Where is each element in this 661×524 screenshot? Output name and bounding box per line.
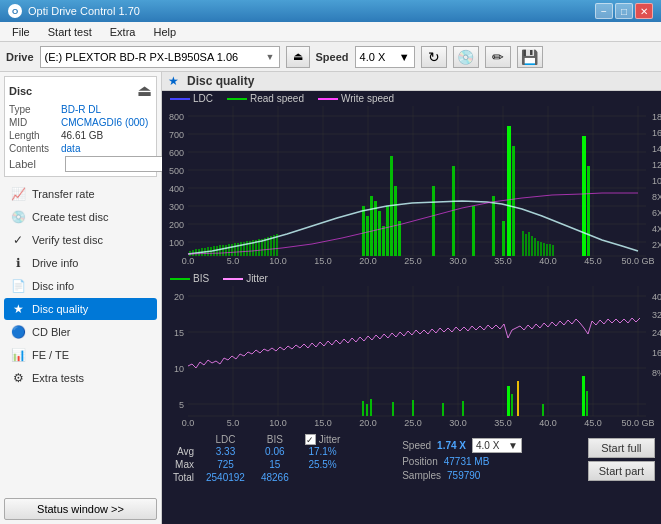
total-label: Total — [168, 471, 198, 484]
status-window-button[interactable]: Status window >> — [4, 498, 157, 520]
svg-rect-152 — [582, 376, 585, 416]
svg-rect-145 — [392, 402, 394, 416]
disc-eject-icon: ⏏ — [137, 81, 152, 100]
svg-rect-95 — [525, 234, 527, 256]
svg-rect-92 — [507, 126, 511, 256]
maximize-button[interactable]: □ — [615, 3, 633, 19]
max-jitter: 25.5% — [305, 458, 341, 471]
disc-quality-icon: ★ — [10, 302, 26, 316]
minimize-button[interactable]: − — [595, 3, 613, 19]
menu-help[interactable]: Help — [145, 25, 184, 39]
svg-text:20.0: 20.0 — [359, 418, 377, 426]
svg-text:32%: 32% — [652, 310, 661, 320]
edit-button[interactable]: ✏ — [485, 46, 511, 68]
svg-text:4X: 4X — [652, 224, 661, 234]
title-bar: O Opti Drive Control 1.70 − □ ✕ — [0, 0, 661, 22]
svg-text:200: 200 — [169, 220, 184, 230]
chart-header: ★ Disc quality — [162, 72, 661, 91]
svg-rect-86 — [398, 221, 401, 256]
menu-file[interactable]: File — [4, 25, 38, 39]
legend-write-speed: Write speed — [318, 93, 394, 104]
svg-text:15.0: 15.0 — [314, 418, 332, 426]
sidebar-item-label: Create test disc — [32, 211, 108, 223]
sidebar-item-label: Disc quality — [32, 303, 88, 315]
svg-rect-149 — [507, 386, 510, 416]
speed-dropdown[interactable]: 4.0 X ▼ — [472, 438, 522, 453]
sidebar-item-fe-te[interactable]: 📊 FE / TE — [4, 344, 157, 366]
save-button[interactable]: 💾 — [517, 46, 543, 68]
start-part-button[interactable]: Start part — [588, 461, 655, 481]
svg-text:40%: 40% — [652, 292, 661, 302]
contents-key: Contents — [9, 143, 61, 154]
svg-text:20.0: 20.0 — [359, 256, 377, 264]
sidebar-item-drive-info[interactable]: ℹ Drive info — [4, 252, 157, 274]
svg-rect-89 — [472, 206, 475, 256]
svg-rect-150 — [511, 394, 513, 416]
svg-rect-93 — [512, 146, 515, 256]
speed-select[interactable]: 4.0 X ▼ — [355, 46, 415, 68]
svg-rect-60 — [228, 244, 230, 256]
svg-text:8X: 8X — [652, 192, 661, 202]
sidebar-item-cd-bler[interactable]: 🔵 CD Bler — [4, 321, 157, 343]
menu-bar: File Start test Extra Help — [0, 22, 661, 42]
svg-text:15.0: 15.0 — [314, 256, 332, 264]
sidebar-item-disc-quality[interactable]: ★ Disc quality — [4, 298, 157, 320]
length-value: 46.61 GB — [61, 130, 103, 141]
sidebar-item-label: Disc info — [32, 280, 74, 292]
svg-text:25.0: 25.0 — [404, 256, 422, 264]
legend-read-speed: Read speed — [227, 93, 304, 104]
bis-color — [170, 278, 190, 280]
sidebar-item-transfer-rate[interactable]: 📈 Transfer rate — [4, 183, 157, 205]
chart-title: Disc quality — [187, 74, 254, 88]
drive-select-text: (E:) PLEXTOR BD-R PX-LB950SA 1.06 — [45, 51, 266, 63]
sidebar-item-verify-test-disc[interactable]: ✓ Verify test disc — [4, 229, 157, 251]
sidebar-item-label: Transfer rate — [32, 188, 95, 200]
close-button[interactable]: ✕ — [635, 3, 653, 19]
disc-info-icon: 📄 — [10, 279, 26, 293]
legend-jitter: Jitter — [223, 273, 268, 284]
start-full-button[interactable]: Start full — [588, 438, 655, 458]
speed-stat-label: Speed — [402, 440, 431, 451]
svg-text:20: 20 — [174, 292, 184, 302]
sidebar-item-create-test-disc[interactable]: 💿 Create test disc — [4, 206, 157, 228]
refresh-button[interactable]: ↻ — [421, 46, 447, 68]
svg-rect-78 — [366, 216, 369, 256]
disc-quality-header-icon: ★ — [168, 74, 179, 88]
write-speed-color — [318, 98, 338, 100]
svg-text:6X: 6X — [652, 208, 661, 218]
menu-extra[interactable]: Extra — [102, 25, 144, 39]
app-icon: O — [8, 4, 22, 18]
sidebar-item-label: FE / TE — [32, 349, 69, 361]
svg-text:18X: 18X — [652, 112, 661, 122]
avg-label: Avg — [168, 445, 198, 458]
speed-label: Speed — [316, 51, 349, 63]
legend-bis: BIS — [170, 273, 209, 284]
svg-rect-58 — [222, 245, 224, 256]
drive-select[interactable]: (E:) PLEXTOR BD-R PX-LB950SA 1.06 ▼ — [40, 46, 280, 68]
type-key: Type — [9, 104, 61, 115]
ldc-header: LDC — [198, 434, 253, 445]
eject-button[interactable]: ⏏ — [286, 46, 310, 68]
mid-key: MID — [9, 117, 61, 128]
type-value: BD-R DL — [61, 104, 101, 115]
svg-rect-64 — [240, 242, 242, 256]
legend-write-speed-label: Write speed — [341, 93, 394, 104]
sidebar-item-extra-tests[interactable]: ⚙ Extra tests — [4, 367, 157, 389]
sidebar-item-label: Drive info — [32, 257, 78, 269]
disc-icon-button[interactable]: 💿 — [453, 46, 479, 68]
svg-rect-100 — [540, 242, 542, 256]
svg-text:0.0: 0.0 — [182, 256, 195, 264]
legend-ldc-label: LDC — [193, 93, 213, 104]
menu-start-test[interactable]: Start test — [40, 25, 100, 39]
jitter-checkbox[interactable]: ✓ — [305, 434, 316, 445]
position-value: 47731 MB — [444, 456, 490, 467]
svg-text:45.0: 45.0 — [584, 418, 602, 426]
avg-ldc: 3.33 — [198, 445, 253, 458]
svg-text:24%: 24% — [652, 328, 661, 338]
samples-label: Samples — [402, 470, 441, 481]
svg-rect-142 — [362, 401, 364, 416]
sidebar-item-disc-info[interactable]: 📄 Disc info — [4, 275, 157, 297]
main-content: Disc ⏏ Type BD-R DL MID CMCMAGDI6 (000) … — [0, 72, 661, 524]
drive-label: Drive — [6, 51, 34, 63]
sidebar: Disc ⏏ Type BD-R DL MID CMCMAGDI6 (000) … — [0, 72, 162, 524]
